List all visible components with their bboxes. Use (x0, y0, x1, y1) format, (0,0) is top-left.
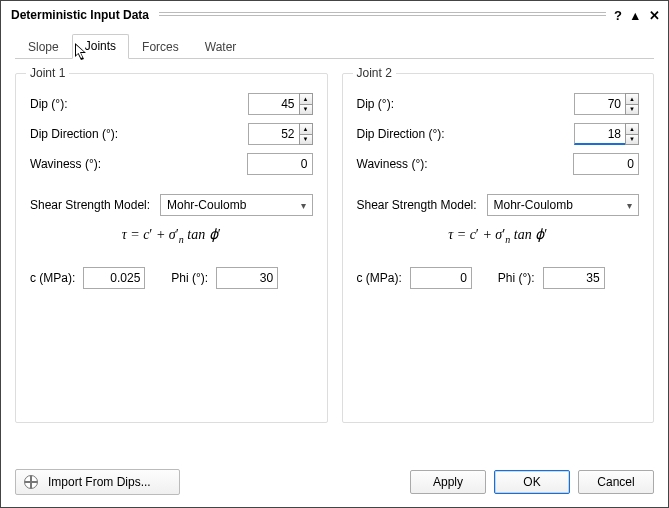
joint1-dip-label: Dip (°): (30, 97, 248, 111)
chevron-down-icon: ▾ (301, 200, 306, 211)
joint2-dip-label: Dip (°): (357, 97, 575, 111)
close-icon[interactable]: ✕ (649, 9, 660, 22)
joint2-shear-select[interactable]: Mohr-Coulomb ▾ (487, 194, 640, 216)
joint1-group: Joint 1 Dip (°): ▲ ▼ Dip Direction (°): … (15, 73, 328, 423)
joint1-dipdir-input[interactable] (248, 123, 300, 145)
tab-forces[interactable]: Forces (129, 35, 192, 59)
tab-strip: Slope Joints Forces Water (15, 33, 654, 59)
globe-icon (24, 475, 38, 489)
title-bar: Deterministic Input Data ? ▴ ✕ (1, 1, 668, 27)
ok-button[interactable]: OK (494, 470, 570, 494)
joint2-dipdir-down[interactable]: ▼ (625, 134, 639, 146)
tab-joints[interactable]: Joints (72, 34, 129, 59)
joint2-phi-label: Phi (°): (498, 271, 535, 285)
joint1-phi-label: Phi (°): (171, 271, 208, 285)
chevron-down-icon: ▾ (627, 200, 632, 211)
joint1-dip-input[interactable] (248, 93, 300, 115)
joint2-dip-down[interactable]: ▼ (625, 104, 639, 116)
joint1-phi-input[interactable] (216, 267, 278, 289)
joint1-formula: τ = c′ + σ′n tan ϕ′ (30, 226, 313, 245)
title-rule (159, 12, 606, 18)
joint1-waviness-label: Waviness (°): (30, 157, 247, 171)
joint1-dipdir-label: Dip Direction (°): (30, 127, 248, 141)
joint1-c-label: c (MPa): (30, 271, 75, 285)
joint1-waviness-input[interactable] (247, 153, 313, 175)
joint1-shear-value: Mohr-Coulomb (167, 198, 246, 212)
joint2-shear-value: Mohr-Coulomb (494, 198, 573, 212)
joint2-dip-up[interactable]: ▲ (625, 93, 639, 104)
joint2-dipdir-up[interactable]: ▲ (625, 123, 639, 134)
joint2-c-label: c (MPa): (357, 271, 402, 285)
cancel-button[interactable]: Cancel (578, 470, 654, 494)
joint2-shear-label: Shear Strength Model: (357, 198, 487, 212)
joint2-dip-input[interactable] (574, 93, 626, 115)
window-title: Deterministic Input Data (11, 8, 155, 22)
joint2-phi-input[interactable] (543, 267, 605, 289)
dialog-footer: Import From Dips... Apply OK Cancel (15, 469, 654, 495)
joint2-title: Joint 2 (353, 66, 396, 80)
joint2-dipdir-label: Dip Direction (°): (357, 127, 575, 141)
apply-button[interactable]: Apply (410, 470, 486, 494)
joint1-dipdir-up[interactable]: ▲ (299, 123, 313, 134)
import-from-dips-button[interactable]: Import From Dips... (15, 469, 180, 495)
joint2-group: Joint 2 Dip (°): ▲ ▼ Dip Direction (°): … (342, 73, 655, 423)
joint1-shear-select[interactable]: Mohr-Coulomb ▾ (160, 194, 313, 216)
joint1-shear-label: Shear Strength Model: (30, 198, 160, 212)
joint1-dip-down[interactable]: ▼ (299, 104, 313, 116)
joint2-waviness-label: Waviness (°): (357, 157, 574, 171)
import-label: Import From Dips... (48, 475, 151, 489)
tab-slope[interactable]: Slope (15, 35, 72, 59)
joint2-dipdir-input[interactable] (574, 123, 626, 145)
joint2-c-input[interactable] (410, 267, 472, 289)
joint2-formula: τ = c′ + σ′n tan ϕ′ (357, 226, 640, 245)
help-icon[interactable]: ? (614, 9, 622, 22)
joint1-dip-up[interactable]: ▲ (299, 93, 313, 104)
joint1-title: Joint 1 (26, 66, 69, 80)
joint1-c-input[interactable] (83, 267, 145, 289)
tab-water[interactable]: Water (192, 35, 250, 59)
joint1-dipdir-down[interactable]: ▼ (299, 134, 313, 146)
collapse-icon[interactable]: ▴ (632, 9, 639, 22)
joint2-waviness-input[interactable] (573, 153, 639, 175)
